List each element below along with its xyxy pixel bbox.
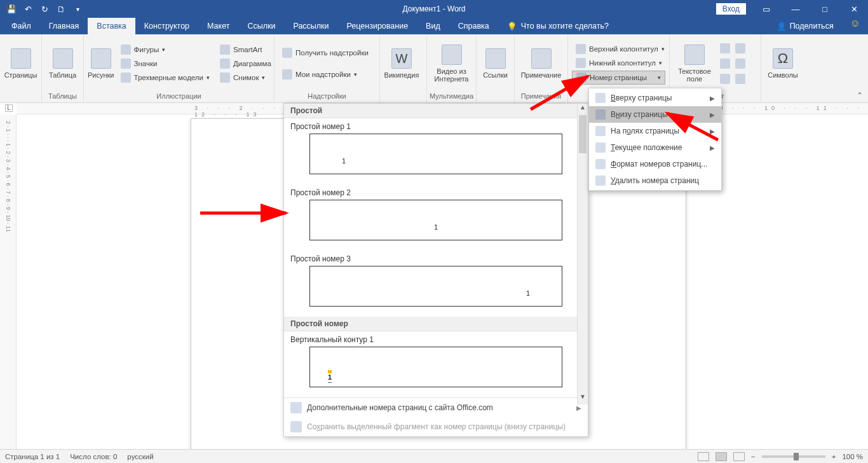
icons-button[interactable]: Значки [117,57,214,70]
status-page[interactable]: Страница 1 из 1 [5,453,60,460]
ribbon-display-icon[interactable]: ▭ [752,0,780,18]
symbols-button[interactable]: ΩСимволы [765,39,801,88]
table-button[interactable]: Таблица [46,39,79,88]
gallery-item-2[interactable]: Простой номер 2 1 [284,184,588,251]
pictures-button[interactable]: Рисунки [88,39,114,88]
datetime-icon[interactable] [718,72,732,86]
chevron-right-icon: ▶ [710,128,715,135]
menu-current-position[interactable]: Текущее положение▶ [589,139,721,156]
zoom-level[interactable]: 100 % [842,453,863,460]
status-wordcount[interactable]: Число слов: 0 [70,453,117,460]
close-icon[interactable]: ✕ [840,0,868,18]
preview-3: 1 [309,266,562,307]
tab-view[interactable]: Вид [417,18,449,34]
menu-remove-pagenumbers[interactable]: Удалить номера страниц [589,172,721,189]
gallery-item-4[interactable]: Вертикальный контур 1 1 [284,331,588,397]
login-button[interactable]: Вход [716,3,746,15]
tab-review[interactable]: Рецензирование [338,18,417,34]
tab-references[interactable]: Ссылки [238,18,284,34]
share-button[interactable]: 👤Поделиться [768,18,843,34]
view-print-icon[interactable] [715,452,727,461]
dropcap-icon[interactable] [718,57,732,71]
video-button[interactable]: Видео из Интернета [431,39,472,88]
tellme[interactable]: 💡Что вы хотите сделать? [498,18,618,34]
margins-icon [595,126,606,136]
quick-access-toolbar: 💾 ↶ ↻ 🗋 ▾ [0,1,85,17]
shapes-icon [121,45,131,55]
tab-insert[interactable]: Вставка [88,18,135,34]
feedback-icon[interactable]: ☺ [850,18,860,34]
zoom-in-icon[interactable]: + [832,453,836,460]
ribbon-tabs: Файл Главная Вставка Конструктор Макет С… [0,18,868,34]
save-selection-icon [290,421,302,432]
tab-file[interactable]: Файл [3,18,40,34]
view-web-icon[interactable] [733,452,745,461]
remove-icon [595,176,606,186]
menu-format-pagenumbers[interactable]: Формат номеров страниц... [589,156,721,172]
office-icon [290,402,302,413]
new-icon[interactable]: 🗋 [53,1,69,17]
gallery-scrollbar[interactable]: ▲ ▼ [577,104,588,404]
gallery-item-3[interactable]: Простой номер 3 1 [284,251,588,317]
scroll-down-icon[interactable]: ▼ [578,393,588,404]
format-icon [595,159,606,169]
menu-top-of-page[interactable]: Вверху страницы▶ [589,90,721,106]
textbox-button[interactable]: Текстовое поле [674,39,715,88]
links-button[interactable]: Ссылки [480,39,510,88]
group-illustrations: Иллюстрации [86,91,271,101]
view-read-icon[interactable] [698,452,709,461]
screenshot-button[interactable]: Снимок▾ [216,71,275,84]
shapes-button[interactable]: Фигуры▾ [117,43,214,56]
tab-selector[interactable]: L [5,104,13,112]
gallery-item-1[interactable]: Простой номер 1 1 [284,118,588,184]
myaddins-button[interactable]: Мои надстройки▾ [278,68,372,81]
store-icon [282,48,292,58]
zoom-out-icon[interactable]: − [751,453,756,460]
qa-more-icon[interactable]: ▾ [70,1,85,17]
quickparts-icon[interactable] [718,41,732,55]
menu-page-margins[interactable]: На полях страницы▶ [589,123,721,139]
save-icon[interactable]: 💾 [4,1,19,17]
person-icon: 👤 [776,22,787,31]
gallery-more-office[interactable]: Дополнительные номера страниц с сайта Of… [284,398,588,417]
gallery-header-simple: Простой [284,104,588,118]
signature-icon[interactable] [733,57,747,71]
pages-icon [11,48,31,69]
zoom-slider[interactable] [762,455,825,458]
comment-button[interactable]: Примечание [519,39,564,88]
status-language[interactable]: русский [127,453,153,460]
getaddins-button[interactable]: Получить надстройки [278,46,372,59]
smartart-button[interactable]: SmartArt [216,43,275,56]
pages-button[interactable]: Страницы [4,39,37,88]
screenshot-icon [220,73,230,83]
undo-icon[interactable]: ↶ [20,1,36,17]
pagenumber-button[interactable]: Номер страницы▾ [572,71,665,85]
preview-4: 1 [309,347,562,387]
tab-layout[interactable]: Макет [198,18,238,34]
tab-help[interactable]: Справка [449,18,498,34]
redo-icon[interactable]: ↻ [37,1,52,17]
collapse-ribbon-icon[interactable]: ⌃ [857,91,863,100]
pagenumber-icon [576,73,587,83]
pagenumber-menu: Вверху страницы▶ Внизу страницы▶ На поля… [588,88,722,191]
tab-mailings[interactable]: Рассылки [284,18,337,34]
header-button[interactable]: Верхний колонтитул▾ [572,43,665,55]
chart-button[interactable]: Диаграмма [216,57,275,70]
header-icon [576,44,586,54]
3dmodels-button[interactable]: Трехмерные модели▾ [117,71,214,84]
bottom-icon [595,109,606,120]
maximize-icon[interactable]: □ [811,0,839,18]
vertical-ruler[interactable]: 2 · 1 · · · 1 · 2 · 3 · 4 · 5 · 6 · 7 · … [0,114,17,449]
minimize-icon[interactable]: — [782,0,810,18]
object-icon[interactable] [733,72,747,86]
chevron-right-icon: ▶ [710,144,715,151]
wikipedia-button[interactable]: WВикипедия [384,39,419,88]
tab-design[interactable]: Конструктор [135,18,198,34]
tab-home[interactable]: Главная [40,18,88,34]
scroll-thumb[interactable] [579,115,587,153]
footer-button[interactable]: Нижний колонтитул▾ [572,57,665,69]
menu-bottom-of-page[interactable]: Внизу страницы▶ [589,106,721,123]
wordart-icon[interactable] [733,41,747,55]
video-icon [442,45,462,65]
scroll-up-icon[interactable]: ▲ [578,104,588,115]
